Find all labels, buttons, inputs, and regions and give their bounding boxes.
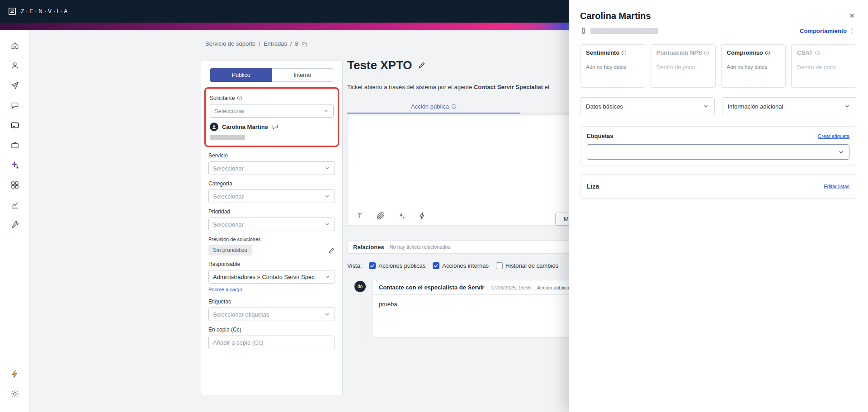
zenvia-logo-icon [7, 6, 17, 16]
info-icon[interactable] [237, 95, 242, 101]
tab-interno[interactable]: Interno [272, 68, 334, 82]
modules-icon [10, 180, 19, 189]
breadcrumb-entries[interactable]: Entradas [264, 40, 287, 47]
metric-nps: Puntuación NPS Dentro de poco [651, 44, 716, 88]
chat-icon [10, 101, 19, 110]
chevron-down-icon [324, 221, 330, 227]
priority-label: Prioridad [208, 208, 335, 215]
chart-icon [10, 200, 19, 209]
person-icon [212, 124, 217, 129]
category-select[interactable]: Seleccionar [208, 189, 335, 203]
chevron-down-icon [324, 165, 330, 171]
sidebar-item-toolbox[interactable] [7, 137, 23, 153]
create-tag-link[interactable]: Crear etiqueta [818, 133, 849, 139]
info-icon[interactable] [704, 50, 709, 56]
edit-pencil-icon[interactable] [328, 247, 335, 254]
edit-title-pencil-icon[interactable] [418, 62, 425, 69]
forecast-chip: Sin pronóstico [208, 245, 252, 256]
app-sidebar [0, 30, 30, 412]
chevron-down-icon [323, 108, 329, 114]
info-icon[interactable] [815, 50, 820, 56]
service-select[interactable]: Seleccionar [208, 161, 335, 175]
zenvia-logo[interactable]: Z·E·N·V·I·A [7, 6, 69, 16]
sidebar-item-modules[interactable] [7, 177, 23, 193]
contact-phone-group [580, 28, 658, 34]
filter-acciones-internas[interactable]: Acciones internas [433, 262, 489, 269]
tab-accion-publica[interactable]: Acción pública [347, 100, 520, 114]
panel-subheader: Comportamiento [569, 28, 868, 34]
entry-avatar: do [354, 281, 366, 292]
behavior-group: Comportamiento [800, 28, 855, 34]
info-icon[interactable] [765, 50, 770, 56]
breadcrumb-service[interactable]: Servicio de soporte [205, 40, 255, 47]
requester-label-row: Solicitante [210, 95, 334, 101]
text-format-button[interactable] [356, 212, 364, 220]
kebab-menu-icon[interactable] [849, 28, 855, 34]
behavior-link[interactable]: Comportamiento [800, 28, 847, 34]
tags-label: Etiquetas [208, 298, 335, 305]
view-label: Vista: [347, 262, 362, 269]
ticket-title-row: Teste XPTO [347, 58, 425, 72]
metric-csat: CSAT Dentro de poco [791, 44, 856, 88]
sidebar-item-contacts[interactable] [7, 57, 23, 74]
filter-historial-cambios[interactable]: Historial de cambios [496, 262, 558, 269]
contact-tags-select[interactable] [587, 144, 849, 160]
tags-section-title: Etiquetas [587, 133, 613, 139]
chat-bubble-icon[interactable] [272, 123, 278, 130]
sidebar-item-tickets[interactable] [7, 117, 23, 133]
relations-empty-text: No hay tickets relacionados [390, 244, 451, 250]
breadcrumb-ticket-id: 8 [295, 40, 298, 47]
sidebar-item-settings[interactable] [7, 386, 23, 402]
close-panel-button[interactable] [849, 12, 855, 21]
sidebar-item-tools[interactable] [7, 217, 23, 233]
quick-reply-button[interactable] [418, 212, 426, 220]
copy-icon[interactable] [302, 41, 308, 47]
chevron-down-icon [838, 149, 844, 156]
lightning-icon [10, 369, 19, 379]
sidebar-item-home[interactable] [7, 38, 23, 54]
info-icon[interactable] [621, 50, 627, 56]
quick-reply-icon [418, 212, 426, 220]
cc-input[interactable] [208, 336, 335, 349]
home-icon [10, 41, 19, 50]
lists-section-title: Liza [587, 183, 599, 190]
priority-select[interactable]: Seleccionar [208, 218, 335, 231]
sidebar-item-campaigns[interactable] [7, 77, 23, 94]
sidebar-item-analytics[interactable] [7, 197, 23, 213]
lists-section: Liza Editar listas [580, 174, 856, 199]
forecast-row: Sin pronóstico [208, 245, 335, 256]
accordion-informacion-adicional[interactable]: Información adicional [722, 97, 857, 115]
assignee-select[interactable]: Administradores » Contato Servir Spec [208, 270, 335, 284]
checkbox-unchecked[interactable] [496, 262, 503, 269]
attachment-button[interactable] [377, 212, 385, 220]
requester-contact-row[interactable]: Carolina Martins [210, 123, 334, 131]
tab-publico[interactable]: Público [210, 68, 272, 82]
sidebar-item-ai[interactable] [7, 157, 23, 173]
metric-value: Aún no hay datos [586, 64, 639, 70]
metric-value: Dentro de poco [797, 64, 850, 71]
sidebar-item-chat[interactable] [7, 97, 23, 114]
accordion-datos-basicos[interactable]: Datos básicos [580, 97, 715, 115]
cc-label: En copia (Cc) [208, 327, 335, 333]
chevron-down-icon [324, 193, 330, 199]
checkbox-checked[interactable] [369, 262, 376, 269]
ticket-title: Teste XPTO [347, 58, 412, 72]
mobile-phone-icon [580, 28, 587, 34]
accordion-row: Datos básicos Información adicional [569, 97, 868, 115]
ticket-properties-card: Público Interno Solicitante Seleccionar … [201, 61, 343, 395]
ticket-description: Ticket abierto a través del sistema por … [347, 84, 549, 90]
filter-acciones-publicas[interactable]: Acciones públicas [369, 262, 425, 269]
edit-lists-link[interactable]: Editar listas [824, 184, 849, 189]
ai-assist-button[interactable] [397, 212, 406, 220]
view-filter-row: Vista: Acciones públicas Acciones intern… [347, 262, 558, 269]
metric-sentimiento: Sentimiento Aún no hay datos [580, 44, 645, 88]
sidebar-item-quick-access[interactable] [7, 366, 23, 382]
checkbox-checked[interactable] [433, 262, 439, 269]
wrench-icon [10, 220, 19, 229]
requester-select[interactable]: Seleccionar [210, 104, 334, 118]
chevron-down-icon [844, 103, 850, 109]
tags-section: Etiquetas Crear etiqueta [580, 126, 856, 166]
chevron-down-icon [703, 103, 709, 109]
self-assign-link[interactable]: Ponme a cargo. [208, 287, 244, 292]
tags-select[interactable]: Seleccionar etiquetas [208, 308, 335, 321]
